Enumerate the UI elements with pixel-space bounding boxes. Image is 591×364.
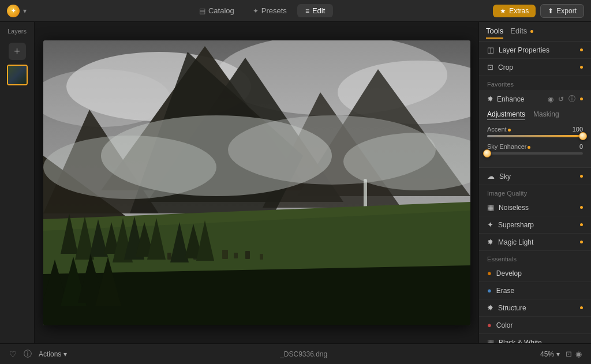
- view-single-icon[interactable]: ⊡: [566, 350, 572, 358]
- sky-tool[interactable]: ☁ Sky: [479, 168, 591, 185]
- top-nav: ▤ Catalog ✦ Presets ≡ Edit: [191, 4, 333, 17]
- crop-label: Crop: [498, 63, 575, 72]
- supersharp-label: Supersharp: [498, 221, 575, 229]
- magic-light-tool[interactable]: ✸ Magic Light: [479, 234, 591, 251]
- tab-presets[interactable]: ✦ Presets: [245, 4, 295, 17]
- enhance-card: ✸ Enhance ◉ ↺ ⓘ Adjustments Masking: [479, 90, 591, 168]
- black-white-tool[interactable]: ▦ Black & White: [479, 334, 591, 343]
- layers-title: Layers: [8, 28, 27, 35]
- noiseless-label: Noiseless: [499, 204, 575, 212]
- sky-dot: [580, 175, 583, 178]
- zoom-label: 45%: [540, 350, 554, 358]
- image-quality-label: Image Quality: [479, 185, 591, 199]
- enhance-label: Enhance: [497, 95, 544, 103]
- enhance-dot: [580, 97, 583, 100]
- noiseless-icon: ▦: [487, 203, 494, 212]
- crop-tool[interactable]: ⊡ Crop: [479, 59, 591, 76]
- structure-dot: [580, 306, 583, 309]
- sky-enhancer-label: Sky Enhancer: [487, 143, 530, 150]
- erase-icon: ●: [487, 286, 492, 295]
- zoom-control[interactable]: 45% ▾: [540, 350, 560, 358]
- structure-label: Structure: [498, 304, 575, 312]
- zoom-chevron-icon: ▾: [556, 350, 560, 358]
- enhance-header[interactable]: ✸ Enhance ◉ ↺ ⓘ: [479, 90, 591, 108]
- photo-image: [43, 40, 470, 325]
- masking-tab[interactable]: Masking: [533, 110, 559, 120]
- color-label: Color: [496, 321, 583, 329]
- accent-thumb[interactable]: [579, 132, 587, 140]
- svg-rect-24: [222, 250, 228, 259]
- catalog-label: Catalog: [208, 6, 234, 15]
- actions-button[interactable]: Actions ▾: [39, 350, 67, 358]
- accent-slider-row: Accent 100: [487, 126, 583, 137]
- sky-enhancer-label-row: Sky Enhancer 0: [487, 143, 583, 150]
- sky-enhancer-value: 0: [579, 143, 583, 150]
- export-label: Export: [556, 7, 577, 15]
- black-white-label: Black & White: [499, 339, 583, 344]
- layer-properties-icon: ◫: [487, 46, 494, 54]
- export-button[interactable]: ⬆ Export: [540, 4, 584, 18]
- bottom-left: ♡ ⓘ Actions ▾: [9, 349, 67, 359]
- enhance-undo-icon[interactable]: ↺: [558, 95, 564, 103]
- app-menu-arrow[interactable]: ▾: [23, 7, 27, 15]
- accent-slider[interactable]: [487, 135, 583, 137]
- enhance-eye-icon[interactable]: ◉: [548, 95, 553, 103]
- erase-label: Erase: [496, 287, 583, 295]
- canvas-area: [35, 22, 478, 343]
- magic-light-dot: [580, 241, 583, 243]
- develop-icon: ●: [487, 269, 492, 277]
- magic-light-label: Magic Light: [498, 238, 575, 246]
- right-panel: Tools Edits ◫ Layer Properties ⊡ Crop Fa…: [478, 22, 591, 343]
- tab-edit[interactable]: ≡ Edit: [297, 4, 333, 17]
- actions-chevron-icon: ▾: [63, 350, 67, 358]
- black-white-icon: ▦: [487, 338, 494, 343]
- layer-properties-tool[interactable]: ◫ Layer Properties: [479, 42, 591, 59]
- presets-label: Presets: [261, 6, 287, 15]
- top-bar: ✦ ▾ ▤ Catalog ✦ Presets ≡ Edit ★ Extras …: [0, 0, 591, 22]
- info-icon[interactable]: ⓘ: [24, 349, 32, 359]
- edit-icon: ≡: [305, 7, 309, 15]
- bottom-bar: ♡ ⓘ Actions ▾ _DSC9336.dng 45% ▾ ⊡ ◉: [0, 343, 591, 364]
- color-tool[interactable]: ● Color: [479, 317, 591, 334]
- svg-rect-27: [260, 254, 263, 260]
- adjustments-tab[interactable]: Adjustments: [487, 110, 525, 120]
- magic-light-icon: ✸: [487, 238, 493, 246]
- layer-thumb-image: [8, 66, 27, 84]
- essentials-label: Essentials: [479, 251, 591, 265]
- enhance-actions: ◉ ↺ ⓘ: [548, 94, 583, 104]
- presets-icon: ✦: [253, 7, 259, 15]
- accent-fill: [487, 135, 583, 137]
- color-icon: ●: [487, 321, 492, 329]
- supersharp-tool[interactable]: ✦ Supersharp: [479, 216, 591, 234]
- tools-tab-label: Tools: [486, 27, 503, 35]
- develop-tool[interactable]: ● Develop: [479, 265, 591, 282]
- tab-catalog[interactable]: ▤ Catalog: [191, 4, 242, 17]
- actions-label: Actions: [39, 350, 61, 358]
- main-layout: Layers +: [0, 22, 591, 343]
- supersharp-icon: ✦: [487, 220, 493, 229]
- heart-icon[interactable]: ♡: [9, 350, 17, 359]
- add-layer-button[interactable]: +: [9, 43, 26, 60]
- tab-tools[interactable]: Tools: [486, 27, 503, 39]
- photo-frame: [43, 40, 470, 325]
- noiseless-tool[interactable]: ▦ Noiseless: [479, 199, 591, 216]
- extras-star-icon: ★: [500, 7, 506, 15]
- enhance-info-icon[interactable]: ⓘ: [568, 94, 575, 104]
- crop-dot: [580, 66, 583, 69]
- panel-tabs: Tools Edits: [479, 22, 591, 42]
- structure-icon: ✸: [487, 303, 493, 312]
- favorites-label: Favorites: [479, 76, 591, 90]
- sky-icon: ☁: [487, 172, 495, 181]
- structure-tool[interactable]: ✸ Structure: [479, 299, 591, 317]
- noiseless-dot: [580, 206, 583, 209]
- view-compare-icon[interactable]: ◉: [575, 350, 582, 358]
- layer-thumbnail[interactable]: [7, 65, 28, 85]
- supersharp-dot: [580, 223, 583, 226]
- extras-button[interactable]: ★ Extras: [493, 5, 536, 17]
- tab-edits[interactable]: Edits: [510, 27, 533, 39]
- sky-enhancer-thumb[interactable]: [483, 149, 491, 157]
- erase-tool[interactable]: ● Erase: [479, 282, 591, 299]
- sky-enhancer-slider[interactable]: [487, 152, 583, 155]
- top-bar-left: ✦ ▾: [7, 5, 31, 17]
- accent-label: Accent: [487, 126, 511, 133]
